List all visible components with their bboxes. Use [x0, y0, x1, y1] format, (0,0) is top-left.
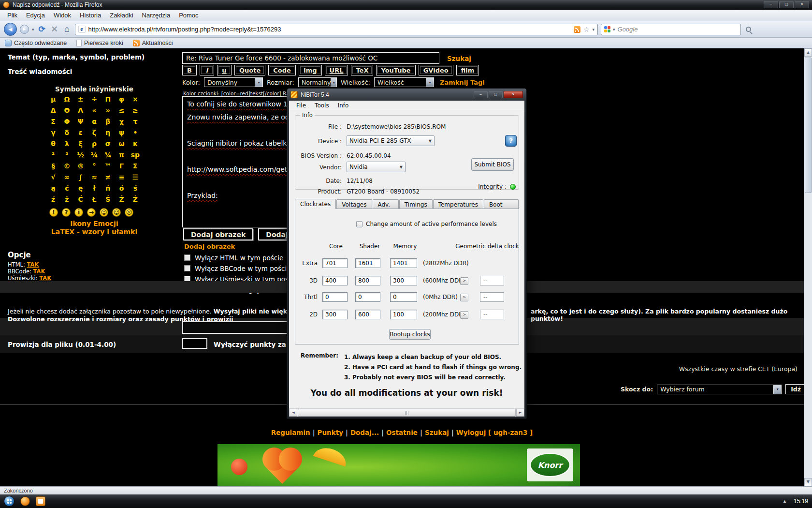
minimize-button[interactable]: − — [764, 1, 778, 8]
memory-input[interactable] — [390, 310, 417, 319]
math-symbol[interactable]: ≈ — [87, 172, 101, 183]
math-symbol[interactable]: ε — [74, 127, 87, 138]
math-symbol[interactable]: δ — [60, 127, 73, 138]
nibitor-window[interactable]: NiBiTor 5.4 − □ × FileToolsInfo Info Fil… — [287, 88, 527, 419]
bbcode-button[interactable]: B — [182, 65, 197, 75]
delta-expand-button[interactable]: > — [460, 294, 468, 301]
option-value-link[interactable]: TAK — [33, 268, 45, 275]
history-dropdown-icon[interactable]: ▾ — [32, 27, 34, 32]
close-button[interactable]: × — [795, 1, 809, 8]
scroll-up-icon[interactable]: ▲ — [804, 48, 812, 57]
memory-input[interactable] — [390, 258, 417, 268]
taskbar-firefox-icon[interactable] — [20, 496, 30, 506]
back-button[interactable]: ◄ — [4, 23, 17, 36]
advertisement[interactable]: Knorr — [218, 444, 580, 486]
delta-input[interactable] — [480, 276, 504, 285]
core-input[interactable] — [322, 258, 348, 268]
menu-item[interactable]: Pomoc — [174, 11, 203, 20]
tab[interactable]: Voltages — [336, 199, 372, 209]
add-image-link[interactable]: Dodaj obrazek — [184, 243, 235, 250]
idea-icon[interactable]: i — [74, 208, 83, 217]
math-symbol[interactable]: ² — [46, 149, 60, 161]
math-symbol[interactable]: Ł — [87, 194, 101, 205]
math-symbol[interactable]: ó — [115, 183, 128, 194]
menu-item[interactable]: Widok — [49, 11, 75, 20]
math-symbol[interactable]: ¾ — [101, 149, 115, 161]
math-symbol[interactable]: χ — [115, 116, 128, 127]
bookmark-getting-started[interactable]: Pierwsze kroki — [76, 40, 123, 46]
tab[interactable]: Temperatures — [433, 199, 483, 209]
shader-input[interactable] — [355, 310, 380, 319]
math-symbol[interactable]: Ś — [101, 194, 115, 205]
math-symbol[interactable]: Ż — [129, 194, 142, 205]
bbcode-button[interactable]: Quote — [234, 65, 265, 75]
search-link[interactable]: Szukaj — [447, 55, 471, 62]
tab[interactable]: Boot Settings — [484, 199, 519, 209]
math-symbol[interactable]: η — [101, 127, 115, 138]
bootup-clocks-button[interactable]: Bootup clocks — [389, 329, 431, 340]
emoji-link[interactable]: Ikony Emocji — [29, 220, 160, 227]
commission-input[interactable] — [182, 338, 207, 349]
url-text[interactable]: http://www.elektroda.pl/rtvforum/posting… — [88, 26, 571, 33]
math-symbol[interactable]: θ — [46, 138, 60, 149]
math-symbol[interactable]: ° — [87, 161, 101, 172]
shader-input[interactable] — [355, 276, 380, 285]
math-symbol[interactable]: • — [129, 127, 142, 138]
forward-button[interactable]: ► — [20, 25, 29, 34]
math-symbol[interactable]: Δ — [46, 105, 60, 116]
math-symbol[interactable]: ☰ — [129, 172, 142, 183]
math-symbol[interactable]: ½ — [74, 149, 87, 161]
math-symbol[interactable]: κ — [129, 138, 142, 149]
menu-item[interactable]: Info — [334, 102, 353, 109]
vendor-select[interactable]: Nvidia▼ — [347, 162, 406, 172]
question-icon[interactable]: ? — [62, 208, 71, 217]
footer-link[interactable]: Dodaj... — [350, 429, 379, 436]
home-button[interactable]: ⌂ — [62, 24, 72, 34]
nibitor-titlebar[interactable]: NiBiTor 5.4 − □ × — [287, 89, 526, 101]
math-symbol[interactable]: ÷ — [87, 94, 101, 105]
delta-expand-button[interactable]: > — [460, 311, 468, 319]
tray-expand-icon[interactable]: ▲ — [783, 499, 787, 504]
bbcode-button[interactable]: film — [456, 65, 479, 75]
memory-input[interactable] — [390, 276, 417, 285]
device-select[interactable]: Nvidia PCI-E 285 GTX▼ — [347, 135, 435, 146]
math-symbol[interactable]: α — [87, 116, 101, 127]
footer-link[interactable]: Ostatnie — [386, 429, 418, 436]
math-symbol[interactable]: √ — [46, 172, 60, 183]
math-symbol[interactable]: « — [87, 105, 101, 116]
menu-item[interactable]: Historia — [75, 11, 105, 20]
math-symbol[interactable]: λ — [60, 138, 73, 149]
help-button[interactable]: ? — [505, 135, 517, 147]
option-value-link[interactable]: TAK — [27, 261, 39, 268]
start-button[interactable] — [4, 496, 14, 507]
footer-link[interactable]: Punkty — [318, 429, 343, 436]
bbcode-button[interactable]: i — [200, 65, 214, 75]
exclamation-icon[interactable]: ! — [49, 208, 58, 217]
bbcode-button[interactable]: GVideo — [419, 65, 453, 75]
math-symbol[interactable]: ś — [129, 183, 142, 194]
minimize-button[interactable]: − — [474, 91, 488, 98]
smile-icon[interactable]: ☺ — [100, 208, 108, 217]
taskbar-app-icon[interactable] — [36, 496, 45, 506]
footer-link[interactable]: Regulamin — [271, 429, 310, 436]
close-button[interactable]: × — [504, 91, 523, 98]
scale-select[interactable]: Wielkość▾ — [374, 77, 434, 87]
bookmark-most-visited[interactable]: Często odwiedzane — [5, 40, 67, 46]
add-image-button[interactable]: Dodaj obrazek — [183, 228, 253, 240]
tab[interactable]: Adv. Info — [373, 199, 399, 209]
math-symbol[interactable]: ę — [74, 183, 87, 194]
scroll-down-icon[interactable]: ▲ — [804, 478, 812, 486]
math-symbol[interactable]: Σ — [129, 161, 142, 172]
bookmark-star-icon[interactable]: ☆ — [583, 26, 590, 33]
bbcode-button[interactable]: Code — [268, 65, 296, 75]
arrow-icon[interactable]: → — [87, 208, 96, 217]
bookmark-latest-news[interactable]: Aktualności — [133, 40, 173, 46]
math-symbol[interactable]: ≡ — [115, 172, 128, 183]
math-symbol[interactable]: ≤ — [115, 105, 128, 116]
search-engine-dropdown-icon[interactable]: ▾ — [613, 27, 615, 32]
math-symbol[interactable]: ź — [46, 194, 60, 205]
math-symbol[interactable]: ∫ — [74, 172, 87, 183]
math-symbol[interactable]: © — [60, 161, 73, 172]
page-scrollbar[interactable]: ▲ ▲ — [804, 48, 812, 486]
math-symbol[interactable]: ξ — [74, 138, 87, 149]
